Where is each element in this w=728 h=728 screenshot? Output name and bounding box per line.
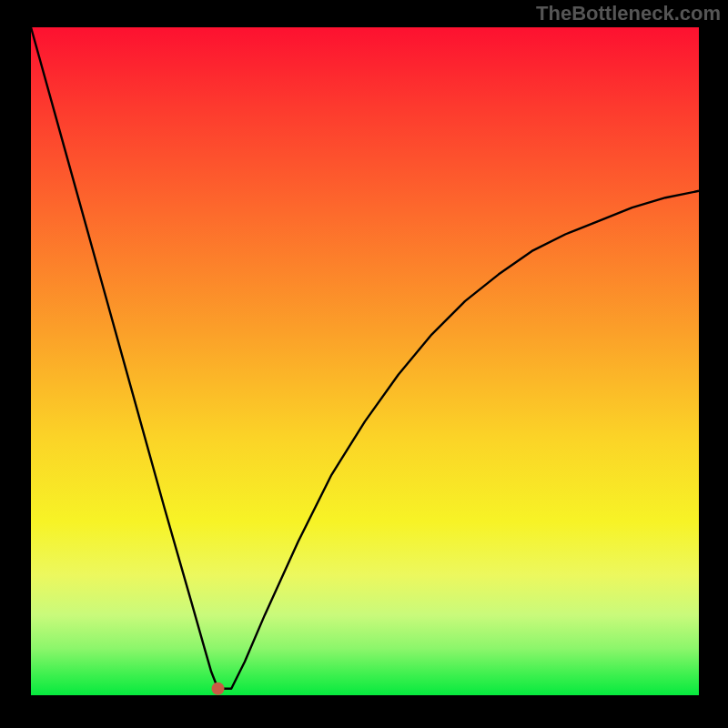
chart-frame: TheBottleneck.com [0,0,728,728]
optimum-marker [212,682,225,695]
watermark-text: TheBottleneck.com [536,2,721,25]
curve-svg [31,27,699,695]
plot-area [31,27,699,695]
bottleneck-curve-path [31,27,699,689]
